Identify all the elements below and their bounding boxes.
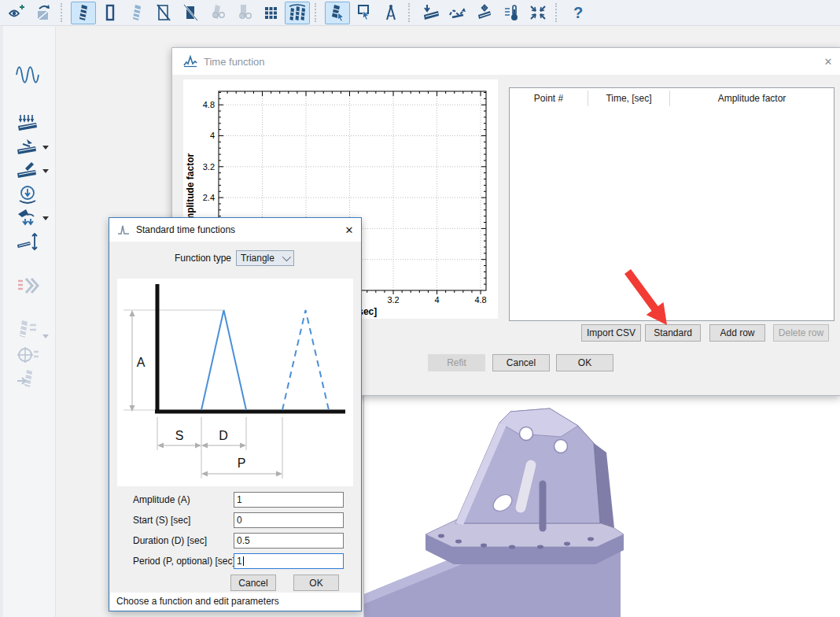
sidebar-gutter[interactable] — [0, 26, 3, 617]
grid-icon — [262, 4, 279, 21]
add-row-button[interactable]: Add row — [709, 324, 765, 342]
duration-dim-label: D — [219, 429, 228, 442]
bolt-displacement-button[interactable] — [472, 2, 497, 24]
edit-load-button[interactable] — [14, 160, 41, 182]
plate-glasses-disabled-icon — [234, 3, 253, 22]
thermometer-icon — [502, 3, 521, 22]
remote-force-icon — [16, 208, 39, 228]
cancel-button[interactable]: Cancel — [492, 354, 550, 371]
help-button[interactable]: ? — [566, 2, 591, 24]
annotation-arrow-icon — [621, 266, 678, 332]
temperature-button[interactable] — [499, 2, 524, 24]
duration-input[interactable]: 0.5 — [234, 533, 344, 549]
period-input[interactable]: 1 — [234, 553, 344, 569]
bolt-cursor-icon — [328, 3, 347, 22]
show-bolts-button[interactable] — [71, 2, 96, 24]
toolbar-separator — [61, 3, 66, 22]
standard-cancel-button[interactable]: Cancel — [230, 575, 276, 591]
function-type-select[interactable]: Triangle — [236, 250, 294, 266]
edit-load-dropdown-caret[interactable] — [42, 169, 49, 173]
section-rotate-icon — [34, 3, 53, 22]
chevron-down-icon — [282, 253, 291, 261]
text-cursor — [243, 556, 244, 566]
standard-ok-button[interactable]: OK — [293, 575, 339, 591]
amplitude-input[interactable]: 1 — [234, 492, 344, 508]
grid-view-button[interactable] — [258, 2, 283, 24]
hide-plates-button[interactable] — [178, 2, 203, 24]
section-view-icon[interactable] — [31, 2, 56, 24]
function-diagram: A S D P — [117, 279, 353, 486]
bolt-list-disabled-button[interactable] — [14, 319, 41, 341]
column-header-point: Point # — [510, 91, 588, 106]
svg-text:4: 4 — [210, 131, 215, 140]
standard-time-functions-dialog: Standard time functions ✕ Function type … — [109, 217, 362, 611]
close-icon[interactable]: ✕ — [337, 224, 361, 236]
measure-button[interactable] — [378, 2, 403, 24]
bolt-list-dropdown-caret[interactable] — [42, 334, 49, 338]
time-function-titlebar[interactable]: Time function ✕ — [172, 48, 840, 75]
review-plates-button[interactable] — [231, 2, 256, 24]
dialog-title: Time function — [204, 56, 816, 68]
start-dim-label: S — [175, 429, 184, 442]
remote-force-dropdown-caret[interactable] — [42, 216, 49, 220]
shrink-arrows-icon — [528, 3, 548, 22]
show-all-bolts-button[interactable] — [285, 2, 310, 24]
column-header-time: Time, [sec] — [588, 91, 670, 106]
load-arrow-icon — [421, 3, 441, 22]
bolt-glasses-disabled-icon — [208, 3, 227, 22]
new-view-icon[interactable] — [4, 2, 29, 24]
close-icon[interactable]: ✕ — [816, 56, 840, 68]
bolt-hide-icon — [154, 3, 173, 22]
lift-height-icon — [16, 231, 39, 252]
dialog-title: Standard time functions — [136, 224, 337, 235]
show-plates-button[interactable] — [98, 2, 123, 24]
period-label: Period (P, optional) [sec] — [133, 556, 235, 567]
select-bolts-button[interactable] — [325, 2, 350, 24]
surface-load-dropdown-caret[interactable] — [42, 146, 49, 150]
harmonic-analysis-button[interactable] — [14, 64, 41, 86]
chevrons-disabled-icon — [15, 275, 40, 297]
ok-button[interactable]: OK — [556, 354, 613, 371]
eye-plus-icon — [7, 3, 26, 22]
pulse-function-icon — [117, 224, 130, 235]
bolt-load-button[interactable] — [418, 2, 444, 24]
surface-load-button[interactable] — [14, 136, 41, 158]
bearing-load-button[interactable] — [14, 183, 41, 205]
svg-text:4.8: 4.8 — [474, 295, 486, 305]
lift-height-button[interactable] — [14, 231, 41, 253]
model-viewport[interactable] — [363, 395, 840, 617]
main-toolbar: ? — [0, 0, 840, 26]
table-header-row: Point # Time, [sec] Amplitude factor — [510, 88, 834, 109]
svg-text:4.8: 4.8 — [203, 100, 215, 109]
show-bolts-transparent-button[interactable] — [124, 2, 149, 24]
target-disabled-icon — [16, 345, 39, 365]
move-arrows-icon — [474, 3, 495, 22]
multi-bolt-icon — [287, 3, 308, 22]
start-input[interactable]: 0 — [234, 512, 344, 528]
period-dim-label: P — [238, 456, 246, 470]
sine-wave-icon — [15, 63, 40, 87]
refit-button[interactable]: Refit — [428, 354, 485, 371]
amplitude-label: Amplitude (A) — [133, 494, 190, 505]
fit-view-button[interactable] — [525, 2, 551, 24]
standard-dialog-titlebar[interactable]: Standard time functions ✕ — [109, 218, 361, 242]
distributed-load-button[interactable] — [14, 113, 41, 135]
remote-force-button[interactable] — [14, 207, 41, 229]
select-plates-button[interactable] — [352, 2, 377, 24]
bolt-arrow-disabled-button[interactable] — [14, 368, 41, 390]
help-icon: ? — [568, 4, 588, 22]
plate-icon — [101, 3, 120, 22]
bolt-light-icon — [127, 3, 146, 22]
hide-bolts-button[interactable] — [151, 2, 176, 24]
bearing-load-icon — [17, 183, 39, 205]
application-window: ? — [0, 0, 840, 617]
model-bracket — [364, 396, 840, 617]
delete-row-button[interactable]: Delete row — [773, 324, 829, 342]
flow-disabled-button[interactable] — [14, 275, 41, 297]
target-list-disabled-button[interactable] — [14, 344, 41, 366]
review-bolts-button[interactable] — [204, 2, 230, 24]
surface-load-icon — [16, 137, 39, 157]
toolbar-separator — [315, 3, 320, 22]
wave-load-button[interactable] — [445, 2, 470, 24]
wave-flag-icon — [448, 3, 468, 22]
